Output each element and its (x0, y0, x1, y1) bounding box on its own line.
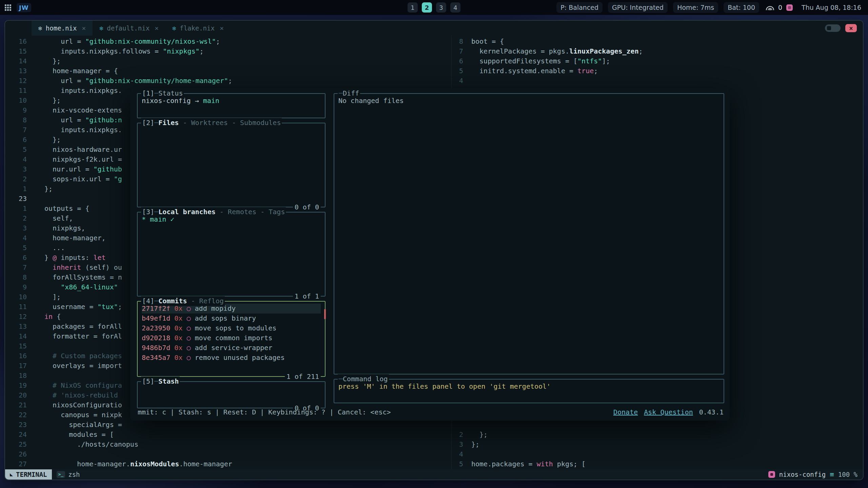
line-number: 12 (5, 76, 27, 86)
code-text: nixpkgs-f2k.url = (27, 155, 122, 164)
code-text (463, 449, 471, 459)
notification-count[interactable]: 0 (778, 4, 782, 11)
apps-grid-icon[interactable] (5, 4, 11, 11)
line-number: 6 (452, 56, 463, 66)
code-text: username = "tux"; (27, 302, 122, 312)
code-text (27, 341, 44, 351)
code-line: 4 (452, 76, 863, 86)
line-number: 26 (5, 449, 27, 459)
topbar-left-cluster: JW (5, 3, 31, 12)
commits-scrollbar[interactable] (324, 309, 326, 319)
code-text: # Custom packages (27, 351, 122, 361)
line-number: 12 (5, 312, 27, 322)
line-number: 3 (5, 223, 27, 233)
lazygit-version: 0.43.1 (699, 408, 724, 416)
code-text: } @ inputs: let (27, 253, 106, 263)
line-number: 13 (5, 322, 27, 331)
code-text: "x86_64-linux" (27, 282, 118, 292)
donate-link[interactable]: Donate (613, 408, 638, 416)
code-text: home-manager.nixosModules.home-manager (27, 459, 232, 469)
line-number: 5 (5, 243, 27, 253)
line-number: 14 (5, 331, 27, 341)
code-text: }; (463, 440, 479, 449)
line-number: 6 (5, 253, 27, 263)
code-text: packages = forAll (27, 322, 122, 331)
commits-panel-title: [4]─Commits - Reflog (141, 296, 225, 306)
code-line: 4 (452, 449, 863, 459)
ask-question-link[interactable]: Ask Question (644, 408, 693, 416)
lazygit-diff-panel[interactable]: ─Diff No changed files (334, 93, 724, 374)
line-number: 4 (5, 233, 27, 243)
status-line: ◣ TERMINAL >_ zsh nixos-config ≡ 100 % (5, 469, 863, 480)
code-line: 16 url = "github:nix-community/nixos-wsl… (5, 37, 451, 46)
line-number: 7 (452, 46, 463, 56)
code-line: 5 initrd.systemd.enable = true; (452, 66, 863, 76)
diff-panel-body: No changed files (334, 94, 724, 108)
battery-module[interactable]: Bat: 100 (724, 2, 759, 13)
line-number: 16 (5, 37, 27, 46)
lazygit-command-log-panel[interactable]: ─Command log press 'M' in the files pane… (334, 379, 724, 403)
clock[interactable]: Thu Aug 08, 18:16 (800, 2, 863, 13)
code-text (27, 371, 44, 381)
lazygit-commits-panel[interactable]: [4]─Commits - Reflog 2717f2f 0x ○ add mo… (137, 301, 326, 377)
power-profile-module[interactable]: P: Balanced (556, 2, 603, 13)
commit-row[interactable]: 8e345a7 0x ○ remove unused packages (142, 353, 321, 363)
code-text (463, 76, 471, 86)
tab-home.nix[interactable]: ❄home.nix× (32, 21, 93, 36)
code-text: forAllSystems = n (27, 272, 122, 282)
code-line: 7 kernelPackages = pkgs.linuxPackages_ze… (452, 46, 863, 56)
code-text: in { (27, 312, 61, 322)
workspaces: 1234 (408, 2, 460, 13)
tab-flake.nix[interactable]: ❄flake.nix× (165, 21, 231, 36)
line-number: 11 (5, 302, 27, 312)
line-number: 5 (452, 66, 463, 76)
mode-icon: ◣ (10, 471, 13, 477)
code-text: nixos-hardware.ur (27, 145, 122, 155)
code-text: formatter = forAl (27, 331, 122, 341)
lazygit-files-panel[interactable]: [2]─Files - Worktrees - Submodules 0 of … (137, 123, 326, 207)
line-number: 17 (5, 361, 27, 371)
pin-toggle[interactable] (825, 24, 841, 32)
code-text: inputs.nixpkgs. (27, 125, 122, 135)
commit-row[interactable]: d920218 0x ○ move common imports (142, 333, 321, 343)
code-text: inputs.nixpkgs.follows = "nixpkgs"; (27, 46, 204, 56)
line-number: 2 (5, 174, 27, 184)
commit-row[interactable]: b49ef1d 0x ○ add sops binary (142, 313, 321, 323)
window-close-button[interactable]: × (845, 24, 857, 32)
workspace-4[interactable]: 4 (450, 2, 460, 13)
code-line: 2 }; (452, 430, 863, 440)
status-panel-title: [1]─Status (141, 88, 184, 98)
command-log-title: ─Command log (338, 374, 389, 384)
code-text: home-manager = { (27, 66, 118, 76)
tab-default.nix[interactable]: ❄default.nix× (93, 21, 165, 36)
line-number: 15 (5, 341, 27, 351)
workspace-3[interactable]: 3 (436, 2, 446, 13)
lazygit-status-panel[interactable]: [1]─Status nixos-config → main (137, 93, 326, 118)
tab-close-icon[interactable]: × (82, 24, 86, 32)
tab-label: flake.nix (180, 24, 215, 32)
files-panel-title: [2]─Files - Worktrees - Submodules (141, 118, 282, 128)
current-branch: main (203, 97, 219, 105)
tab-close-icon[interactable]: × (220, 24, 224, 32)
code-text: inherit (self) ou (27, 263, 122, 272)
code-text: canopus = nixpk (27, 410, 122, 420)
line-number: 8 (5, 272, 27, 282)
gpu-module[interactable]: GPU: Integrated (608, 2, 668, 13)
commit-row[interactable]: 2a23950 0x ○ move sops to modules (142, 323, 321, 333)
lazygit-stash-panel[interactable]: [5]─Stash 0 of 0 (137, 381, 326, 408)
tab-close-icon[interactable]: × (155, 24, 159, 32)
line-number: 13 (5, 66, 27, 76)
workspace-2[interactable]: 2 (422, 2, 432, 13)
home-latency-module[interactable]: Home: 7ms (673, 2, 718, 13)
wifi-icon[interactable] (766, 5, 774, 10)
code-text: nur.url = "github (27, 164, 122, 174)
code-text: inputs.nixpkgs. (27, 86, 122, 96)
lazygit-branches-panel[interactable]: [3]─Local branches - Remotes - Tags * ma… (137, 212, 326, 297)
workspace-1[interactable]: 1 (408, 2, 418, 13)
tab-label: default.nix (107, 24, 150, 32)
code-line: 13 home-manager = { (5, 66, 451, 76)
commit-row[interactable]: 9486b7d 0x ○ add service-wrapper (142, 343, 321, 353)
code-text: initrd.systemd.enable = true; (463, 66, 598, 76)
color-picker-icon[interactable] (786, 4, 793, 11)
line-number: 7 (5, 263, 27, 272)
